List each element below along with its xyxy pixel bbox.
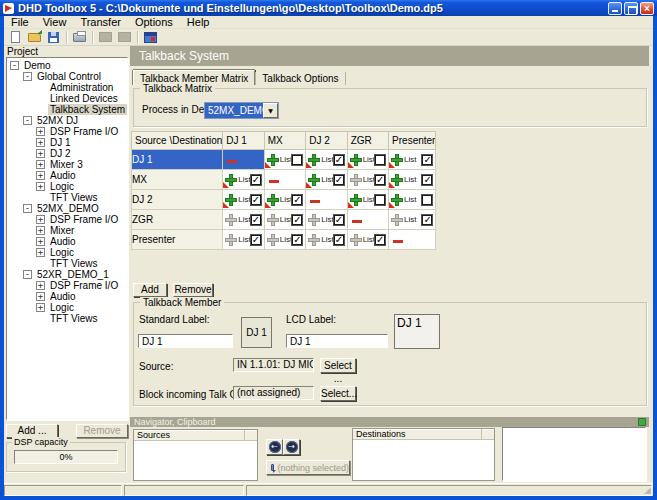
- tree-item-52mx-dj[interactable]: -52MX DJ: [7, 115, 127, 126]
- expand-icon[interactable]: +: [36, 215, 45, 224]
- tree-item-logic[interactable]: +Logic: [7, 302, 127, 313]
- lcd-label-input[interactable]: [286, 334, 388, 348]
- talk-enable-checkbox[interactable]: [375, 195, 385, 205]
- matrix-cell[interactable]: List: [389, 150, 436, 170]
- matrix-cell[interactable]: List: [223, 170, 264, 190]
- list-button[interactable]: List: [321, 215, 333, 224]
- talk-enable-checkbox[interactable]: [251, 215, 261, 225]
- matrix-cell[interactable]: [223, 150, 264, 170]
- close-button[interactable]: ×: [640, 2, 654, 15]
- matrix-remove-button[interactable]: Remove: [173, 283, 213, 297]
- tree-item-logic[interactable]: +Logic: [7, 247, 127, 258]
- tree-item-administration[interactable]: Administration: [7, 82, 127, 93]
- toolbar-button-print[interactable]: [70, 29, 89, 45]
- tree-item-linked-devices[interactable]: Linked Devices: [7, 93, 127, 104]
- tree-item-mixer[interactable]: +Mixer: [7, 225, 127, 236]
- expand-icon[interactable]: +: [36, 292, 45, 301]
- matrix-cell[interactable]: List: [223, 190, 264, 210]
- expand-icon[interactable]: +: [36, 127, 45, 136]
- matrix-cell[interactable]: List: [306, 150, 347, 170]
- list-button[interactable]: List: [321, 235, 333, 244]
- menu-item-options[interactable]: Options: [128, 16, 180, 28]
- matrix-cell[interactable]: List: [347, 230, 388, 250]
- talk-inactive-plus-icon[interactable]: [225, 234, 237, 246]
- talk-active-plus-icon[interactable]: [308, 154, 320, 166]
- clipboard-panel[interactable]: [502, 427, 646, 481]
- expand-icon[interactable]: +: [36, 149, 45, 158]
- toolbar-button-app-window[interactable]: [141, 29, 160, 45]
- navigator-title-bar[interactable]: Navigator, Clipboard: [130, 417, 649, 427]
- menu-item-transfer[interactable]: Transfer: [73, 16, 128, 28]
- destinations-list[interactable]: Destinations: [352, 428, 495, 481]
- matrix-cell[interactable]: List: [264, 230, 305, 250]
- list-button[interactable]: List: [404, 195, 416, 204]
- matrix-cell[interactable]: [306, 190, 347, 210]
- talk-enable-checkbox[interactable]: [334, 215, 344, 225]
- expand-icon[interactable]: +: [36, 160, 45, 169]
- toolbar-button-new-file[interactable]: [6, 29, 25, 45]
- collapse-icon[interactable]: -: [23, 116, 32, 125]
- project-add-button[interactable]: Add ...: [6, 424, 58, 438]
- talk-inactive-plus-icon[interactable]: [350, 234, 362, 246]
- list-button[interactable]: List: [363, 175, 375, 184]
- tree-item-audio[interactable]: +Audio: [7, 236, 127, 247]
- talk-enable-checkbox[interactable]: [292, 195, 302, 205]
- talk-enable-checkbox[interactable]: [422, 195, 432, 205]
- talk-enable-checkbox[interactable]: [422, 175, 432, 185]
- matrix-cell[interactable]: List: [223, 230, 264, 250]
- collapse-icon[interactable]: -: [10, 61, 19, 70]
- list-button[interactable]: List: [280, 195, 292, 204]
- matrix-row-header-zgr[interactable]: ZGR: [132, 210, 223, 230]
- list-button[interactable]: List: [280, 215, 292, 224]
- matrix-cell[interactable]: List: [389, 190, 436, 210]
- list-button[interactable]: List: [238, 175, 250, 184]
- tree-item-logic[interactable]: +Logic: [7, 181, 127, 192]
- matrix-cell[interactable]: List: [347, 190, 388, 210]
- matrix-cell[interactable]: List: [347, 170, 388, 190]
- tree-item-tft-views[interactable]: TFT Views: [7, 258, 127, 269]
- chevron-down-icon[interactable]: ▼: [263, 103, 278, 118]
- matrix-cell[interactable]: List: [389, 210, 436, 230]
- talk-inactive-plus-icon[interactable]: [350, 174, 362, 186]
- matrix-row-header-dj-2[interactable]: DJ 2: [132, 190, 223, 210]
- device-combobox[interactable]: 52MX_DEMO ▼: [204, 102, 279, 119]
- talk-enable-checkbox[interactable]: [375, 175, 385, 185]
- matrix-cell[interactable]: List: [264, 210, 305, 230]
- talk-inactive-plus-icon[interactable]: [267, 214, 279, 226]
- tree-item-global-control[interactable]: -Global Control: [7, 71, 127, 82]
- menu-item-file[interactable]: File: [4, 16, 36, 28]
- talk-active-plus-icon[interactable]: [391, 154, 403, 166]
- block-select-button[interactable]: Select...: [320, 386, 356, 401]
- maximize-button[interactable]: [624, 2, 638, 15]
- talk-enable-checkbox[interactable]: [251, 235, 261, 245]
- matrix-row-header-mx[interactable]: MX: [132, 170, 223, 190]
- list-button[interactable]: List: [404, 155, 416, 164]
- talk-enable-checkbox[interactable]: [292, 235, 302, 245]
- expand-icon[interactable]: +: [36, 237, 45, 246]
- matrix-cell[interactable]: List: [264, 150, 305, 170]
- tree-item-talkback-system[interactable]: Talkback System: [7, 104, 127, 115]
- matrix-cell[interactable]: List: [306, 170, 347, 190]
- resize-grip[interactable]: ◢: [644, 486, 651, 495]
- matrix-cell[interactable]: [347, 210, 388, 230]
- collapse-icon[interactable]: -: [23, 72, 32, 81]
- talk-enable-checkbox[interactable]: [251, 195, 261, 205]
- menu-item-help[interactable]: Help: [180, 16, 217, 28]
- talk-inactive-plus-icon[interactable]: [391, 214, 403, 226]
- expand-icon[interactable]: +: [36, 248, 45, 257]
- tree-item-dj-2[interactable]: +DJ 2: [7, 148, 127, 159]
- talk-inactive-plus-icon[interactable]: [308, 234, 320, 246]
- navigator-pin-icon[interactable]: [638, 418, 646, 426]
- list-button[interactable]: List: [404, 215, 416, 224]
- move-left-button[interactable]: ←: [266, 439, 283, 455]
- sources-list[interactable]: Sources: [133, 429, 258, 481]
- standard-label-input[interactable]: [138, 334, 233, 348]
- talk-active-plus-icon[interactable]: [350, 154, 362, 166]
- list-button[interactable]: List: [280, 235, 292, 244]
- talk-enable-checkbox[interactable]: [251, 175, 261, 185]
- destinations-column-header[interactable]: Destinations: [353, 429, 482, 439]
- list-button[interactable]: List: [321, 175, 333, 184]
- matrix-add-button[interactable]: Add: [133, 283, 167, 297]
- expand-icon[interactable]: +: [36, 226, 45, 235]
- source-select-button[interactable]: Select ...: [320, 358, 356, 373]
